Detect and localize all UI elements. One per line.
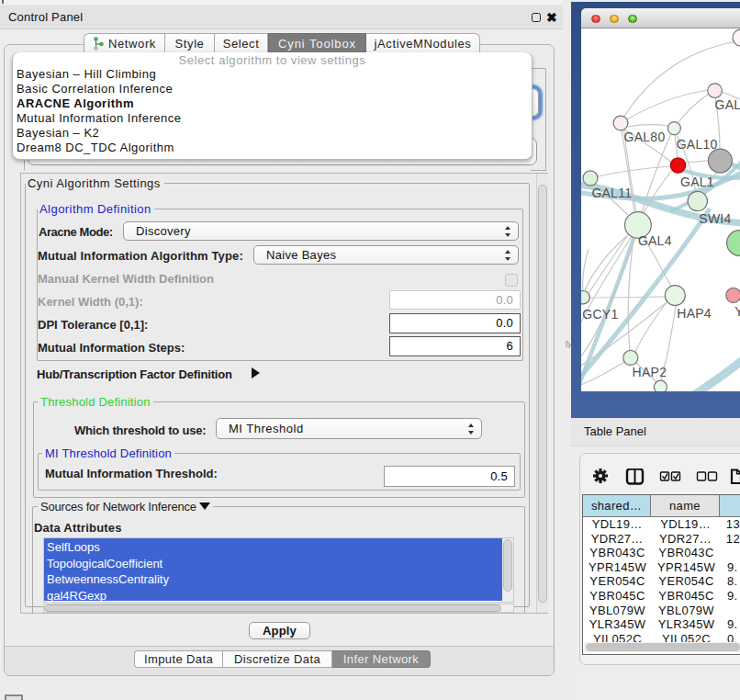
svg-text:HAP2: HAP2 xyxy=(633,365,667,379)
svg-text:SWI4: SWI4 xyxy=(699,211,731,226)
svg-text:GAL4: GAL4 xyxy=(638,233,672,248)
svg-text:GAL11: GAL11 xyxy=(591,186,632,200)
svg-text:GAL1: GAL1 xyxy=(680,175,714,189)
svg-text:GAL2: GAL2 xyxy=(715,97,740,112)
svg-text:YEL: YEL xyxy=(734,304,740,319)
svg-text:GAL10: GAL10 xyxy=(677,137,718,152)
svg-text:GCY1: GCY1 xyxy=(582,307,618,322)
svg-text:HAP4: HAP4 xyxy=(677,306,712,321)
svg-text:GAL80: GAL80 xyxy=(624,130,666,144)
